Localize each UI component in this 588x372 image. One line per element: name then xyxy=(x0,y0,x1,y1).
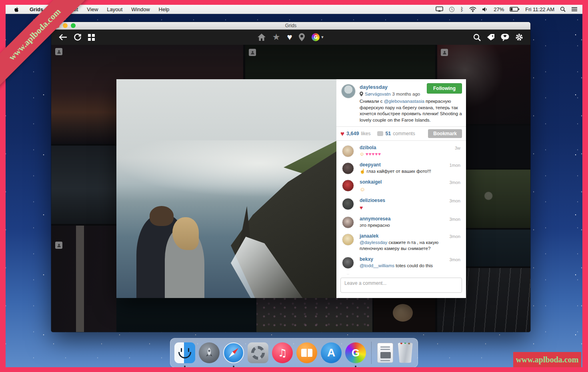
comment-row: deepyant 1mon ☝ глаз кайфует от ваших фо… xyxy=(336,160,466,177)
comments-count[interactable]: 51 xyxy=(385,131,391,136)
star-feed-icon[interactable]: ★ xyxy=(272,33,280,42)
settings-gear-icon[interactable] xyxy=(515,33,523,41)
comment-text: ☺ xyxy=(360,186,450,193)
commenter-avatar[interactable] xyxy=(342,234,354,246)
comment-timestamp: 3w xyxy=(455,146,460,150)
comment-text: ☺ ♥♥♥♥♥ xyxy=(360,151,450,157)
back-button[interactable] xyxy=(58,34,67,41)
post-author-username[interactable]: daylessday xyxy=(360,84,388,90)
comment-box xyxy=(336,274,466,298)
commenter-username[interactable]: janaalek xyxy=(360,233,378,239)
comment-mention-link[interactable]: @todd__williams xyxy=(360,263,394,268)
comment-row: delizioeses 3mon ♥ xyxy=(336,195,466,214)
commenter-avatar[interactable] xyxy=(342,216,354,228)
apple-menu-icon[interactable] xyxy=(14,6,20,12)
commenter-username[interactable]: skyremma xyxy=(360,274,383,274)
post-detail-lightbox: Following daylessday Sørvágsvatn 3 month… xyxy=(116,79,466,298)
post-timestamp: 3 months ago xyxy=(392,92,420,96)
comment-timestamp: 3mon xyxy=(449,217,460,222)
caption-mention-link[interactable]: @glebovaanastasia xyxy=(384,99,424,104)
following-button[interactable]: Following xyxy=(427,83,462,94)
menu-bar: Grids File Edit View Layout Window Help … xyxy=(6,5,582,14)
menu-item-view[interactable]: View xyxy=(82,6,102,12)
refresh-button[interactable] xyxy=(74,33,82,41)
window-title: Grids xyxy=(51,23,530,28)
dock-documents-icon[interactable] xyxy=(377,342,394,364)
dock-itunes-icon[interactable]: ♫ xyxy=(272,342,293,364)
profile-avatar-icon: G xyxy=(312,33,320,41)
desktop: Grids File Edit View Layout Window Help … xyxy=(6,5,582,367)
comment-text: это прекрасно xyxy=(360,222,450,228)
grids-app-window: Grids ★ xyxy=(51,22,530,332)
bluetooth-icon[interactable]: ᛒ xyxy=(460,6,464,12)
commenter-username[interactable]: bekxy xyxy=(360,256,373,262)
menu-item-help[interactable]: Help xyxy=(154,6,174,12)
chevron-down-icon: ▼ xyxy=(320,35,324,39)
dock-finder-icon[interactable] xyxy=(174,342,195,364)
post-caption: Снимали с @glebovaanastasia прекрасную ф… xyxy=(360,98,468,123)
comment-row: bekxy 3mon @todd__williams totes could d… xyxy=(336,254,466,271)
commenter-avatar[interactable] xyxy=(342,257,354,269)
post-header: Following daylessday Sørvágsvatn 3 month… xyxy=(336,79,466,126)
menu-item-layout[interactable]: Layout xyxy=(102,6,127,12)
dock-divider xyxy=(371,342,372,364)
likes-heart-icon: ♥ xyxy=(340,130,344,137)
likes-bar: ♥ 3,649 likes 51 comments Bookmark xyxy=(336,126,466,141)
comment-timestamp: 3mon xyxy=(449,198,460,203)
wifi-icon[interactable] xyxy=(469,7,476,12)
comment-timestamp: 3mon xyxy=(449,180,460,185)
commenter-avatar[interactable] xyxy=(342,274,354,274)
battery-icon[interactable] xyxy=(510,7,520,12)
grid-view-button[interactable] xyxy=(88,34,95,41)
time-machine-icon[interactable] xyxy=(449,6,455,12)
dock-ibooks-icon[interactable] xyxy=(296,342,317,364)
commenter-avatar[interactable] xyxy=(342,162,354,174)
running-indicator xyxy=(233,366,234,367)
spotlight-icon[interactable] xyxy=(560,6,566,12)
comment-timestamp: 3mon xyxy=(449,257,460,262)
location-pin-icon xyxy=(360,92,363,96)
comment-text: ☝ глаз кайфует от ваших фото!!! xyxy=(360,168,450,174)
commenter-username[interactable]: delizioeses xyxy=(360,198,385,203)
likes-count[interactable]: 3,649 xyxy=(346,131,359,136)
window-titlebar[interactable]: Grids xyxy=(51,22,530,30)
post-location-link[interactable]: Sørvágsvatn xyxy=(365,92,391,96)
dock-app-store-icon[interactable]: A xyxy=(321,342,342,364)
dock-system-preferences-icon[interactable] xyxy=(248,342,268,364)
commenter-avatar[interactable] xyxy=(342,180,354,192)
activity-icon[interactable] xyxy=(501,34,509,41)
home-icon[interactable] xyxy=(258,34,266,41)
bookmark-button[interactable]: Bookmark xyxy=(428,129,462,138)
post-detail-panel: Following daylessday Sørvágsvatn 3 month… xyxy=(336,79,466,298)
comment-text: ♥ xyxy=(360,204,450,211)
commenter-avatar[interactable] xyxy=(342,145,354,157)
location-icon[interactable] xyxy=(299,33,305,41)
commenter-username[interactable]: sonkaigel xyxy=(360,179,382,185)
tag-icon[interactable] xyxy=(487,34,495,41)
commenter-avatar[interactable] xyxy=(342,198,354,210)
menu-clock[interactable]: Fri 11:22 AM xyxy=(525,6,554,12)
comments-list: dzibola 3w ☺ ♥♥♥♥♥ deepyant 1mon ☝ глаз … xyxy=(336,141,466,274)
dock-safari-icon[interactable] xyxy=(223,342,244,364)
profile-menu[interactable]: G ▼ xyxy=(312,33,324,41)
search-icon[interactable] xyxy=(473,34,481,41)
post-author-avatar[interactable] xyxy=(341,84,356,98)
commenter-username[interactable]: deepyant xyxy=(360,162,381,168)
comment-row: janaalek 3mon @daylessday скажите п-та ,… xyxy=(336,231,466,254)
comment-input[interactable] xyxy=(340,278,462,293)
dock-grids-icon[interactable]: G xyxy=(345,342,366,364)
comment-row: dzibola 3w ☺ ♥♥♥♥♥ xyxy=(336,142,466,160)
dock-launchpad-icon[interactable] xyxy=(199,342,220,364)
notification-center-icon[interactable] xyxy=(571,7,578,12)
likes-feed-icon[interactable]: ♥ xyxy=(287,33,292,42)
menu-item-window[interactable]: Window xyxy=(127,6,154,12)
comment-row: annymoresea 3mon это прекрасно xyxy=(336,214,466,231)
dock-trash-icon[interactable] xyxy=(397,342,414,364)
commenter-username[interactable]: annymoresea xyxy=(360,216,390,222)
commenter-username[interactable]: dzibola xyxy=(360,145,376,150)
status-bar: ᛒ 27% Fri 11:22 AM xyxy=(436,6,578,12)
watermark-badge: www.aplboda.com xyxy=(513,352,581,367)
airplay-display-icon[interactable] xyxy=(436,6,443,12)
comment-mention-link[interactable]: @daylessday xyxy=(360,240,387,245)
volume-icon[interactable] xyxy=(482,7,488,12)
